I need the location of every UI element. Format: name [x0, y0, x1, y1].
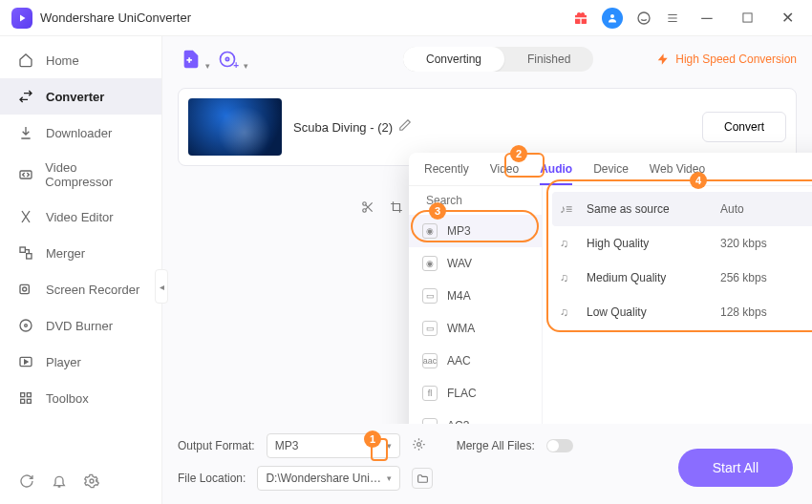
sidebar-item-label: Downloader — [46, 126, 112, 140]
sidebar-item-editor[interactable]: Video Editor — [0, 199, 161, 235]
quality-medium[interactable]: ♫Medium Quality256 kbps — [552, 261, 812, 295]
app-title: Wondershare UniConverter — [40, 10, 191, 25]
sidebar-item-label: Video Editor — [46, 210, 114, 224]
quality-same-as-source[interactable]: ♪≡Same as sourceAuto — [552, 192, 812, 226]
trim-icon[interactable] — [359, 199, 376, 216]
file-icon: ▭ — [422, 288, 438, 304]
step-badge-2: 2 — [510, 145, 527, 162]
sidebar-item-label: Video Compressor — [45, 160, 144, 189]
svg-rect-12 — [27, 393, 31, 397]
step-badge-4: 4 — [690, 172, 707, 189]
svg-point-15 — [90, 479, 94, 483]
svg-rect-13 — [21, 399, 25, 403]
sidebar-item-label: Home — [46, 53, 79, 68]
add-file-button[interactable]: ▾ — [178, 46, 204, 73]
crop-icon[interactable] — [388, 199, 405, 216]
close-button[interactable]: ✕ — [774, 8, 801, 29]
converter-icon — [17, 88, 34, 105]
content-area: ◂ ▾ +▾ Converting Finished High Speed Co… — [162, 36, 812, 504]
toolbox-icon — [17, 389, 34, 407]
hsc-label: High Speed Conversion — [675, 52, 797, 66]
bell-icon[interactable] — [52, 473, 67, 493]
sidebar-item-dvd[interactable]: DVD Burner — [0, 307, 161, 344]
quality-icon: ♪≡ — [560, 202, 577, 216]
sidebar-item-label: DVD Burner — [46, 319, 113, 333]
svg-point-21 — [417, 443, 420, 447]
svg-point-9 — [25, 325, 28, 327]
format-mp3[interactable]: ◉MP3 — [409, 215, 542, 247]
sidebar-item-merger[interactable]: Merger — [0, 235, 161, 271]
sidebar-item-recorder[interactable]: Screen Recorder — [0, 271, 161, 307]
open-folder-button[interactable] — [412, 468, 433, 489]
svg-rect-6 — [20, 284, 29, 293]
merger-icon — [17, 244, 34, 262]
svg-point-1 — [638, 12, 650, 24]
gift-icon[interactable] — [573, 10, 588, 26]
add-dvd-button[interactable]: +▾ — [214, 46, 241, 73]
svg-rect-11 — [21, 393, 25, 397]
sidebar-item-label: Player — [46, 355, 81, 369]
download-icon — [17, 124, 34, 141]
svg-rect-2 — [742, 13, 751, 22]
format-wav[interactable]: ◉WAV — [409, 247, 542, 280]
dd-tab-video[interactable]: Video — [490, 162, 519, 185]
file-title: Scuba Diving - (2) — [293, 120, 393, 135]
sidebar-item-compressor[interactable]: Video Compressor — [0, 151, 161, 199]
svg-point-17 — [225, 57, 228, 60]
rename-icon[interactable] — [398, 118, 412, 136]
minimize-button[interactable]: ─ — [694, 8, 720, 29]
settings-icon[interactable] — [84, 473, 99, 493]
sidebar-item-label: Screen Recorder — [46, 283, 139, 297]
home-icon — [17, 52, 34, 69]
convert-button[interactable]: Convert — [702, 112, 786, 142]
svg-point-0 — [610, 14, 614, 18]
output-format-label: Output Format: — [178, 439, 255, 452]
support-icon[interactable] — [636, 10, 652, 26]
maximize-button[interactable] — [734, 8, 760, 29]
menu-icon[interactable] — [665, 10, 680, 26]
compress-icon — [17, 166, 33, 183]
svg-point-8 — [20, 320, 32, 331]
sidebar-item-toolbox[interactable]: Toolbox — [0, 380, 161, 416]
dd-tab-recently[interactable]: Recently — [424, 162, 469, 185]
quality-low[interactable]: ♫Low Quality128 kbps — [552, 295, 812, 329]
sidebar-item-converter[interactable]: Converter — [0, 78, 161, 115]
file-icon: aac — [422, 353, 438, 368]
gear-icon[interactable] — [412, 437, 426, 454]
video-thumbnail[interactable] — [188, 98, 282, 156]
music-icon: ♫ — [560, 305, 577, 319]
format-flac[interactable]: flFLAC — [409, 377, 542, 410]
format-aac[interactable]: aacAAC — [409, 345, 542, 377]
sidebar-item-downloader[interactable]: Downloader — [0, 115, 161, 151]
tab-converting[interactable]: Converting — [403, 47, 504, 72]
chevron-down-icon: ▾ — [387, 441, 392, 451]
editor-icon — [17, 208, 34, 225]
dd-tab-audio[interactable]: Audio — [540, 162, 572, 185]
sidebar: Home Converter Downloader Video Compress… — [0, 36, 162, 504]
user-avatar[interactable] — [602, 8, 623, 29]
sidebar-item-player[interactable]: Player — [0, 344, 161, 380]
segment-control: Converting Finished — [403, 47, 593, 72]
high-speed-toggle[interactable]: High Speed Conversion — [656, 52, 797, 66]
dvd-icon — [17, 317, 34, 334]
disc-icon: ◉ — [422, 256, 438, 271]
quality-high[interactable]: ♫High Quality320 kbps — [552, 226, 812, 261]
file-location-select[interactable]: D:\Wondershare UniConverter▾ — [257, 466, 400, 491]
sidebar-item-label: Toolbox — [46, 391, 89, 406]
sidebar-item-label: Merger — [46, 246, 85, 261]
collapse-sidebar-button[interactable]: ◂ — [155, 269, 168, 304]
dd-tab-device[interactable]: Device — [593, 162, 629, 185]
refresh-icon[interactable] — [19, 473, 34, 493]
tab-finished[interactable]: Finished — [504, 47, 593, 72]
format-m4a[interactable]: ▭M4A — [409, 280, 542, 312]
disc-icon: ◉ — [422, 223, 438, 239]
sidebar-item-home[interactable]: Home — [0, 42, 161, 78]
music-icon: ♫ — [560, 237, 577, 250]
file-location-label: File Location: — [178, 472, 246, 485]
format-wma[interactable]: ▭WMA — [409, 312, 542, 345]
merge-toggle[interactable] — [546, 439, 573, 452]
svg-point-7 — [23, 287, 27, 291]
start-all-button[interactable]: Start All — [678, 449, 793, 487]
svg-rect-14 — [27, 399, 31, 403]
app-logo — [11, 8, 32, 29]
